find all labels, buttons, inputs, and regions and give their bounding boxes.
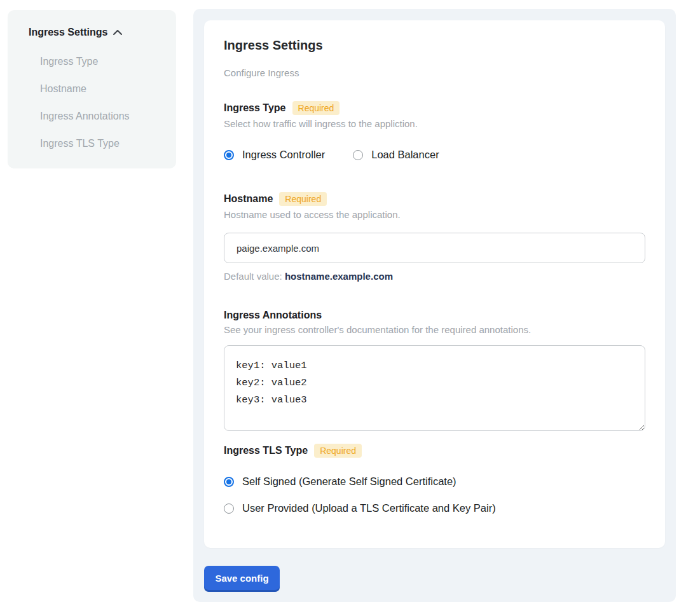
required-badge: Required	[314, 444, 362, 458]
sidebar-item-list: Ingress Type Hostname Ingress Annotation…	[29, 56, 163, 149]
section-hostname: Hostname Required Hostname used to acces…	[224, 192, 645, 282]
radio-label: Ingress Controller	[242, 149, 325, 161]
ingress-annotations-textarea[interactable]: key1: value1 key2: value2 key3: value3	[224, 345, 645, 431]
hostname-default-value: Default value: hostname.example.com	[224, 271, 645, 282]
hostname-input[interactable]	[224, 233, 645, 263]
ingress-type-options: Ingress Controller Load Balancer	[224, 149, 645, 161]
radio-unselected-icon[interactable]	[353, 150, 363, 160]
ingress-tls-type-options: Self Signed (Generate Self Signed Certif…	[224, 476, 645, 514]
sidebar-group-ingress-settings[interactable]: Ingress Settings	[29, 27, 163, 38]
required-badge: Required	[292, 101, 340, 115]
page-title: Ingress Settings	[224, 38, 645, 53]
sidebar-item-ingress-tls-type[interactable]: Ingress TLS Type	[40, 138, 163, 149]
radio-label: Load Balancer	[371, 149, 439, 161]
section-ingress-tls-type: Ingress TLS Type Required Self Signed (G…	[224, 444, 645, 514]
radio-label: User Provided (Upload a TLS Certificate …	[242, 502, 496, 514]
radio-self-signed[interactable]: Self Signed (Generate Self Signed Certif…	[224, 476, 645, 488]
sidebar-item-hostname[interactable]: Hostname	[40, 83, 163, 95]
settings-panel: Ingress Settings Configure Ingress Ingre…	[193, 9, 676, 602]
radio-user-provided[interactable]: User Provided (Upload a TLS Certificate …	[224, 502, 645, 514]
hostname-description: Hostname used to access the application.	[224, 209, 645, 220]
ingress-annotations-description: See your ingress controller's documentat…	[224, 324, 645, 335]
section-ingress-annotations: Ingress Annotations See your ingress con…	[224, 310, 645, 431]
section-ingress-type: Ingress Type Required Select how traffic…	[224, 101, 645, 161]
radio-load-balancer[interactable]: Load Balancer	[353, 149, 439, 161]
chevron-up-icon	[113, 29, 123, 36]
sidebar-group-label: Ingress Settings	[29, 27, 107, 38]
radio-label: Self Signed (Generate Self Signed Certif…	[242, 476, 456, 488]
required-badge: Required	[279, 192, 327, 206]
ingress-type-label: Ingress Type	[224, 102, 286, 114]
ingress-settings-card: Ingress Settings Configure Ingress Ingre…	[204, 20, 665, 548]
ingress-type-description: Select how traffic will ingress to the a…	[224, 118, 645, 129]
radio-selected-icon[interactable]	[224, 150, 234, 160]
settings-sidebar: Ingress Settings Ingress Type Hostname I…	[8, 10, 176, 168]
default-value-text: hostname.example.com	[285, 271, 393, 282]
hostname-label: Hostname	[224, 193, 273, 205]
radio-selected-icon[interactable]	[224, 477, 234, 487]
ingress-annotations-label: Ingress Annotations	[224, 310, 322, 321]
page-subtitle: Configure Ingress	[224, 67, 645, 78]
save-config-button[interactable]: Save config	[204, 566, 280, 590]
sidebar-item-ingress-type[interactable]: Ingress Type	[40, 56, 163, 67]
ingress-tls-type-label: Ingress TLS Type	[224, 445, 308, 456]
default-value-prefix: Default value:	[224, 271, 282, 282]
radio-unselected-icon[interactable]	[224, 503, 234, 514]
radio-ingress-controller[interactable]: Ingress Controller	[224, 149, 325, 161]
sidebar-item-ingress-annotations[interactable]: Ingress Annotations	[40, 111, 163, 122]
